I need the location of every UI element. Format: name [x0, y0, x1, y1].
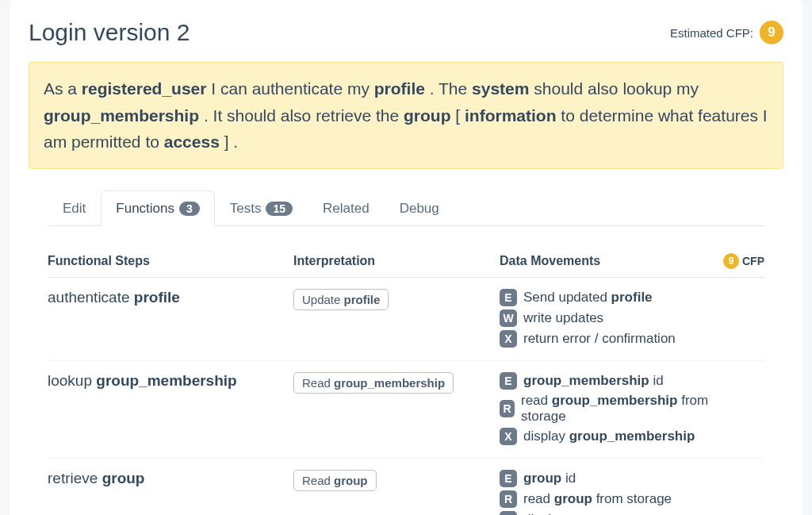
interpretation-tag[interactable]: Update profile	[293, 289, 389, 310]
interp-text: Read	[302, 376, 334, 390]
table-row: retrieve groupRead groupEgroup idRread g…	[48, 459, 764, 515]
movement-code-icon: E	[500, 470, 517, 487]
movement-text: id	[649, 373, 664, 388]
interpretation-cell: Read group	[293, 470, 500, 515]
header-interpretation: Interpretation	[293, 254, 500, 268]
story-keyword: system	[472, 79, 529, 98]
story-text: As a	[44, 79, 82, 98]
story-keyword: access	[164, 133, 220, 151]
story-keyword: profile	[374, 79, 425, 98]
step-text: retrieve	[48, 470, 102, 486]
step-text: authenticate	[48, 289, 134, 306]
tab-count-badge: 3	[179, 202, 200, 216]
tab-label: Edit	[63, 201, 86, 217]
movement-code-icon: X	[500, 428, 517, 445]
interpretation-tag[interactable]: Read group	[293, 470, 377, 491]
movement-text: read	[521, 393, 552, 408]
story-keyword: information	[465, 106, 557, 125]
interp-text: Read	[302, 474, 334, 487]
tab-label: Functions	[116, 201, 174, 217]
movement-line: Rread group_membership from storage	[500, 393, 725, 425]
tab-functions[interactable]: Functions3	[101, 190, 215, 226]
table-row: lookup group_membershipRead group_member…	[48, 361, 764, 459]
table-row: authenticate profileUpdate profileESend …	[48, 278, 764, 361]
story-keyword: group	[404, 106, 450, 125]
tab-label: Related	[323, 201, 370, 217]
movement-keyword: group_membership	[552, 393, 678, 408]
story-text: ] .	[220, 133, 238, 151]
estimated-cfp-badge: 9	[760, 21, 783, 44]
movement-code-icon: W	[500, 309, 517, 327]
movements-list: Egroup_membership idRread group_membersh…	[500, 372, 764, 445]
movement-text: from storage	[592, 491, 672, 506]
story-text: . The	[425, 79, 472, 98]
tab-label: Debug	[400, 201, 439, 217]
header-cfp: 9 CFP	[723, 253, 764, 269]
movement-keyword: group_membership	[569, 429, 695, 444]
movement-keyword: group	[523, 471, 561, 486]
functional-step: retrieve group	[48, 470, 293, 515]
interpretation-cell: Read group_membership	[293, 372, 500, 445]
movement-text: display	[523, 512, 569, 515]
data-movements-cell: Egroup idRread group from storageXdispla…	[500, 470, 764, 515]
header-row: Login version 2 Estimated CFP: 9	[29, 19, 783, 46]
movement-text: id	[561, 471, 576, 486]
movement-keyword: group	[569, 512, 607, 515]
story-keyword: registered_user	[82, 79, 207, 98]
interpretation-tag[interactable]: Read group_membership	[293, 372, 454, 394]
movement-text: return error / confirmation	[523, 331, 676, 346]
movement-code-icon: R	[500, 490, 517, 508]
movements-list: Egroup idRread group from storageXdispla…	[500, 470, 764, 515]
movement-text: Send updated	[523, 290, 611, 305]
movement-code-icon: E	[500, 372, 517, 390]
interp-keyword: group	[334, 474, 368, 487]
step-keyword: group_membership	[96, 372, 236, 389]
movement-code-icon: X	[500, 330, 517, 348]
story-text: I can authenticate my	[206, 79, 373, 98]
interp-text: Update	[302, 293, 344, 306]
movement-text: return error / confirmation	[523, 331, 676, 347]
page-title: Login version 2	[29, 19, 190, 46]
functional-step: lookup group_membership	[48, 372, 293, 445]
header-functional-steps: Functional Steps	[48, 254, 293, 268]
step-keyword: group	[102, 470, 145, 486]
main-card: Login version 2 Estimated CFP: 9 As a re…	[10, 0, 802, 515]
tab-label: Tests	[230, 201, 262, 217]
movement-text: write updates	[523, 310, 603, 325]
movement-line: Xreturn error / confirmation	[500, 330, 725, 348]
movement-text: Send updated profile	[523, 290, 653, 306]
functions-table: Functional Steps Interpretation Data Mov…	[29, 226, 783, 515]
data-movements-cell: Egroup_membership idRread group_membersh…	[500, 372, 764, 445]
movement-text: read	[523, 491, 554, 506]
movement-text: group id	[523, 471, 576, 486]
tab-related[interactable]: Related	[308, 190, 385, 226]
movement-text: read group from storage	[523, 491, 672, 507]
movement-line: Egroup_membership id	[500, 372, 725, 390]
movement-line: Rread group from storage	[500, 490, 725, 508]
tab-edit[interactable]: Edit	[48, 190, 101, 226]
movement-line: Xdisplay group	[500, 511, 725, 515]
tab-debug[interactable]: Debug	[385, 190, 454, 226]
movement-code-icon: E	[500, 289, 517, 306]
estimated-cfp: Estimated CFP: 9	[670, 21, 783, 44]
movement-code-icon: R	[500, 400, 515, 417]
story-keyword: group_membership	[44, 106, 199, 125]
movement-keyword: profile	[611, 290, 653, 305]
user-story-box: As a registered_user I can authenticate …	[29, 62, 783, 169]
interp-keyword: profile	[344, 293, 381, 306]
header-cfp-label: CFP	[742, 255, 764, 267]
tab-tests[interactable]: Tests15	[215, 190, 308, 226]
movement-line: Wwrite updates	[500, 309, 725, 327]
tab-count-badge: 15	[266, 202, 293, 216]
movement-text: display	[523, 429, 569, 444]
interpretation-cell: Update profile	[293, 289, 500, 348]
data-movements-cell: ESend updated profileWwrite updatesXretu…	[500, 289, 764, 348]
header-data-movements-label: Data Movements	[500, 254, 600, 268]
movement-line: Egroup id	[500, 470, 725, 487]
movement-text: write updates	[523, 310, 603, 326]
header-cfp-badge: 9	[723, 253, 739, 269]
story-text: [	[451, 106, 465, 125]
story-text: should also lookup my	[529, 79, 699, 98]
movement-line: Xdisplay group_membership	[500, 428, 725, 445]
movement-line: ESend updated profile	[500, 289, 725, 306]
